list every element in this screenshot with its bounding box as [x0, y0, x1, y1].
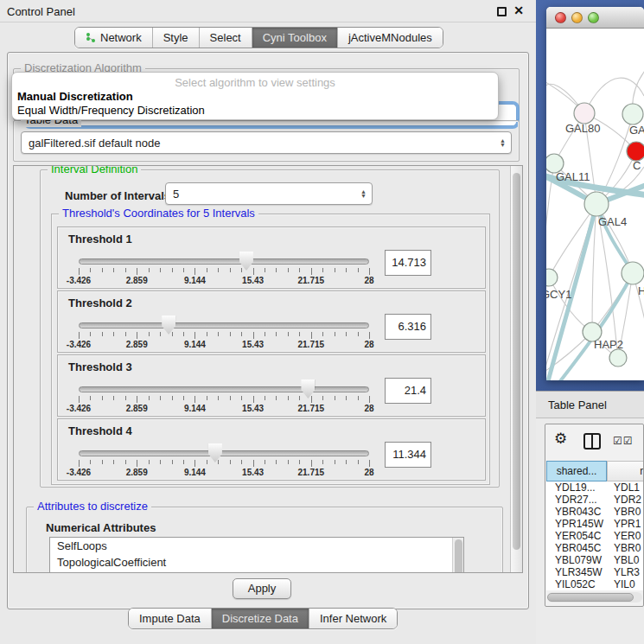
table-cell[interactable]: YLR345W: [546, 566, 607, 578]
table-row[interactable]: YIL052CYIL0: [546, 578, 644, 590]
tab-select[interactable]: Select: [200, 28, 252, 48]
slider-tick: [125, 268, 126, 272]
table-data-combobox[interactable]: galFiltered.sif default node ▲▼: [21, 131, 512, 154]
table-cell[interactable]: YDR27...: [546, 494, 607, 506]
table-cell[interactable]: YBL079W: [546, 554, 607, 566]
slider-tick: [299, 268, 300, 272]
table-cell[interactable]: YBR0: [607, 506, 644, 518]
node-label: GAL80: [565, 122, 600, 135]
table-cell[interactable]: YBL0: [607, 554, 644, 566]
slider-track[interactable]: [79, 450, 369, 456]
slider-tick-label: -3.426: [67, 468, 91, 477]
bottom-tab-impute-data[interactable]: Impute Data: [129, 609, 212, 628]
tab-label: Cyni Toolbox: [263, 31, 327, 44]
slider-thumb[interactable]: [301, 379, 315, 399]
table-cell[interactable]: YDR2: [607, 494, 644, 506]
table-row[interactable]: YDR27...YDR2: [546, 494, 644, 506]
slider-tick: [322, 396, 323, 400]
apply-button[interactable]: Apply: [233, 578, 291, 599]
slider-tick: [288, 396, 289, 400]
numerical-attributes-list[interactable]: SelfLoopsTopologicalCoefficientBetweenne…: [49, 537, 464, 573]
node-label: H: [638, 284, 644, 297]
close-icon[interactable]: ✕: [513, 3, 524, 17]
network-window-titlebar[interactable]: [546, 7, 644, 29]
float-window-icon[interactable]: [497, 7, 507, 16]
table-cell[interactable]: YDL19...: [546, 481, 607, 494]
slider-tick: [172, 396, 173, 400]
slider-tick: [241, 460, 242, 464]
slider-tick: [346, 332, 347, 336]
threshold-value-field[interactable]: 6.316: [385, 314, 431, 340]
slider-tick: [299, 396, 300, 400]
network-node[interactable]: [609, 349, 627, 367]
zoom-traffic-light[interactable]: [588, 12, 599, 23]
dropdown-option-manual-discretization[interactable]: Manual Discretization: [12, 90, 498, 104]
list-scrollbar-thumb[interactable]: [455, 539, 462, 573]
network-icon: [86, 32, 96, 43]
slider-tick-label: 15.43: [242, 468, 264, 477]
table-cell[interactable]: YER0: [607, 530, 644, 542]
threshold-value-field[interactable]: 21.4: [385, 378, 431, 404]
table-cell[interactable]: YBR043C: [546, 506, 607, 518]
table-row[interactable]: YBL079WYBL0: [546, 554, 644, 566]
network-node-gcy1[interactable]: [546, 269, 558, 286]
gear-icon[interactable]: ⚙: [554, 431, 567, 446]
settings-vertical-scrollbar[interactable]: [510, 166, 522, 572]
bottom-tab-discretize-data[interactable]: Discretize Data: [212, 609, 309, 628]
table-cell[interactable]: YLR3: [607, 566, 644, 578]
slider-track[interactable]: [79, 258, 369, 265]
table-cell[interactable]: YDL1: [607, 481, 644, 494]
list-vertical-scrollbar[interactable]: [452, 538, 463, 573]
bottom-tab-bar: Impute DataDiscretize DataInfer Network: [128, 608, 398, 629]
slider-tick-label: 9.144: [184, 468, 206, 477]
table-row[interactable]: YPR145WYPR1: [546, 518, 644, 530]
tab-jactivemnodules[interactable]: jActiveMNodules: [338, 28, 443, 48]
slider-track[interactable]: [79, 322, 369, 328]
threshold-value-field[interactable]: 11.344: [385, 442, 431, 468]
table-horizontal-scrollbar[interactable]: [547, 592, 642, 603]
attribute-item-topologicalcoefficient[interactable]: TopologicalCoefficient: [50, 554, 463, 571]
table-row[interactable]: YBR043CYBR0: [546, 506, 644, 518]
tab-network[interactable]: Network: [75, 28, 153, 48]
slider-thumb[interactable]: [162, 316, 175, 335]
tab-cyni-toolbox[interactable]: Cyni Toolbox: [252, 28, 338, 48]
table-cell[interactable]: YIL052C: [546, 578, 607, 590]
slider-tick: [265, 396, 265, 400]
table-cell[interactable]: YBR0: [607, 542, 644, 554]
slider-thumb[interactable]: [208, 443, 222, 462]
minimize-traffic-light[interactable]: [571, 12, 583, 23]
network-node-h[interactable]: [622, 262, 644, 284]
slider-tick: [160, 332, 161, 336]
table-scrollbar-thumb[interactable]: [547, 593, 634, 602]
threshold-value-field[interactable]: 14.713: [385, 250, 431, 276]
table-row[interactable]: YBR045CYBR0: [546, 542, 644, 554]
close-traffic-light[interactable]: [555, 12, 566, 23]
network-node-gal80[interactable]: [574, 103, 595, 124]
attribute-item-betweennesscentrality[interactable]: BetweennessCentrality: [50, 571, 463, 573]
table-cell[interactable]: YIL0: [607, 578, 644, 590]
tab-style[interactable]: Style: [153, 28, 200, 48]
network-node-ga[interactable]: [622, 104, 643, 124]
column-header-shared[interactable]: shared...: [546, 461, 607, 481]
attribute-item-selfloops[interactable]: SelfLoops: [50, 538, 463, 554]
network-canvas[interactable]: GAL80GACGAL11GAL4GCY1HHAP2: [546, 29, 644, 380]
number-of-intervals-combobox[interactable]: 5 ▲▼: [165, 182, 373, 205]
column-header-na[interactable]: na: [607, 461, 644, 481]
table-cell[interactable]: YPR145W: [546, 518, 607, 530]
network-node-gal4[interactable]: [584, 192, 609, 216]
table-row[interactable]: YDL19...YDL1: [546, 481, 644, 494]
table-cell[interactable]: YBR045C: [546, 542, 607, 554]
table-cell[interactable]: YER054C: [546, 530, 607, 542]
slider-tick: [253, 332, 254, 339]
network-node-c[interactable]: [627, 142, 644, 161]
bottom-tab-infer-network[interactable]: Infer Network: [309, 609, 397, 628]
dropdown-option-equal-width-frequency-discretization[interactable]: Equal Width/Frequency Discretization: [12, 104, 498, 118]
table-cell[interactable]: YPR1: [607, 518, 644, 530]
slider-tick: [113, 332, 114, 336]
slider-track[interactable]: [79, 386, 369, 392]
select-columns-icon[interactable]: ☑☑: [613, 435, 634, 447]
split-columns-icon[interactable]: [583, 433, 601, 450]
settings-scrollbar-thumb[interactable]: [513, 173, 520, 550]
table-row[interactable]: YLR345WYLR3: [546, 566, 644, 578]
table-row[interactable]: YER054CYER0: [546, 530, 644, 542]
